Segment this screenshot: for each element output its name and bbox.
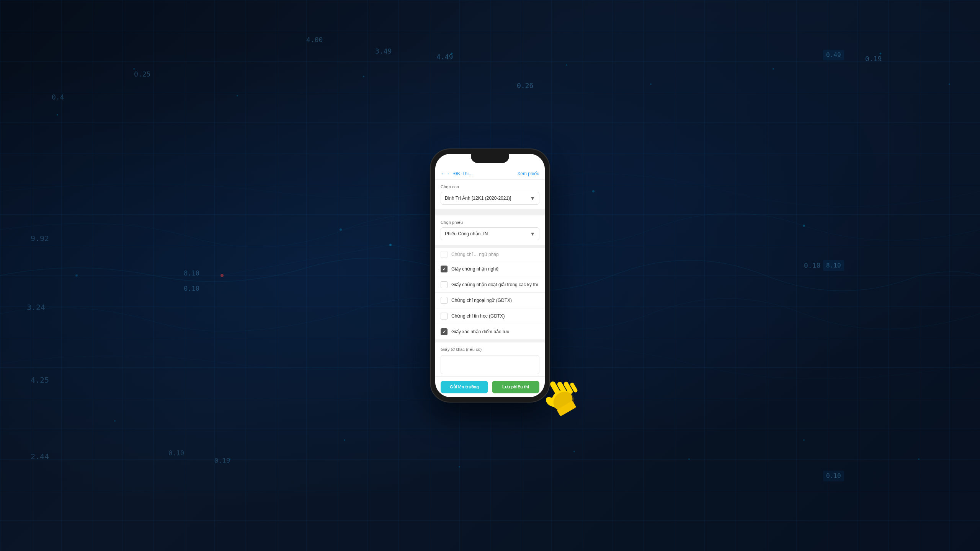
chon-phieu-label: Chọn phiếu — [441, 220, 539, 225]
checkbox-truncated[interactable] — [441, 251, 448, 258]
checklist-label-tinhoc: Chứng chỉ tin học (GDTX) — [451, 313, 505, 320]
svg-text:9.92: 9.92 — [31, 234, 49, 243]
chon-phieu-value: Phiếu Công nhận TN — [445, 231, 488, 236]
svg-text:4.49: 4.49 — [436, 53, 453, 61]
phone-notch — [471, 154, 509, 163]
checkbox-nghe[interactable] — [441, 266, 448, 272]
svg-text:0.19: 0.19 — [865, 55, 882, 63]
svg-text:8.10: 8.10 — [826, 262, 841, 269]
back-button[interactable]: ← ← ĐK Thi... — [441, 171, 473, 176]
svg-point-26 — [803, 439, 805, 441]
checkbox-giai[interactable] — [441, 281, 448, 288]
svg-point-17 — [773, 68, 774, 70]
chon-con-label: Chọn con — [441, 184, 539, 189]
checkbox-ngoaingu[interactable] — [441, 297, 448, 304]
phone-container: ← ← ĐK Thi... Xem phiếu Chọn con Đinh Tr… — [431, 149, 549, 402]
checklist-label-diem: Giấy xác nhận điểm bảo lưu — [451, 329, 509, 335]
cursor-hand — [538, 371, 584, 417]
svg-text:0.25: 0.25 — [134, 70, 150, 78]
svg-text:0.49: 0.49 — [826, 51, 841, 59]
extra-docs-input[interactable] — [441, 355, 539, 374]
app-header: ← ← ĐK Thi... Xem phiếu — [435, 168, 545, 180]
svg-point-13 — [363, 76, 364, 77]
checklist-label-truncated: Chứng chỉ ... ngữ pháp — [451, 251, 499, 258]
svg-point-11 — [133, 68, 135, 70]
svg-point-19 — [949, 83, 950, 85]
extra-docs-section: Giấy tờ khác (nếu có) — [435, 342, 545, 377]
svg-point-18 — [880, 53, 882, 55]
svg-text:3.24: 3.24 — [27, 303, 45, 312]
svg-line-7 — [222, 245, 390, 276]
svg-point-24 — [573, 451, 575, 452]
bottom-buttons: Gửi lên trường Lưu phiếu thi — [435, 377, 545, 397]
chon-phieu-arrow-icon: ▼ — [530, 231, 535, 237]
svg-text:0.19: 0.19 — [214, 457, 230, 465]
phone-frame: ← ← ĐK Thi... Xem phiếu Chọn con Đinh Tr… — [431, 149, 549, 402]
checklist-item-diem[interactable]: Giấy xác nhận điểm bảo lưu — [435, 324, 545, 339]
svg-text:8.10: 8.10 — [184, 269, 199, 277]
svg-point-15 — [566, 64, 567, 66]
svg-point-5 — [75, 274, 78, 277]
svg-text:0.10: 0.10 — [804, 261, 820, 269]
send-button[interactable]: Gửi lên trường — [441, 381, 488, 393]
svg-point-22 — [344, 439, 345, 441]
back-icon: ← — [441, 171, 446, 176]
checklist-label-nghe: Giấy chứng nhận nghề — [451, 266, 498, 272]
svg-text:0.10: 0.10 — [184, 285, 199, 292]
xem-phieu-link[interactable]: Xem phiếu — [517, 171, 539, 176]
extra-docs-label: Giấy tờ khác (nếu có) — [441, 347, 539, 352]
checkbox-tinhoc[interactable] — [441, 313, 448, 320]
svg-point-23 — [459, 466, 460, 468]
svg-point-6 — [803, 225, 805, 227]
svg-text:0.10: 0.10 — [168, 449, 184, 457]
svg-text:4.25: 4.25 — [31, 375, 49, 385]
checklist-label-ngoaingu: Chứng chỉ ngoại ngữ (GDTX) — [451, 297, 512, 304]
checklist-item-giai[interactable]: Giấy chứng nhận đoạt giải trong các kỳ t… — [435, 277, 545, 293]
phone-screen: ← ← ĐK Thi... Xem phiếu Chọn con Đinh Tr… — [435, 154, 545, 397]
svg-point-25 — [688, 458, 690, 460]
svg-point-16 — [650, 83, 652, 85]
svg-point-10 — [57, 114, 58, 116]
svg-text:4.00: 4.00 — [306, 36, 323, 44]
chon-con-value: Đinh Trí Ánh [12K1 (2020-2021)] — [445, 196, 511, 201]
svg-text:3.49: 3.49 — [375, 47, 392, 55]
chon-con-arrow-icon: ▼ — [530, 195, 535, 201]
header-title-text: ← ĐK Thi... — [447, 171, 473, 176]
chon-phieu-section: Chọn phiếu Phiếu Công nhận TN ▼ — [435, 212, 545, 245]
svg-text:0.4: 0.4 — [52, 93, 64, 101]
chon-con-section: Chọn con Đinh Trí Ánh [12K1 (2020-2021)]… — [435, 180, 545, 209]
svg-text:0.10: 0.10 — [826, 472, 841, 479]
svg-text:2.44: 2.44 — [31, 452, 49, 461]
svg-point-27 — [918, 458, 920, 460]
checklist-section: Chứng chỉ ... ngữ pháp Giấy chứng nhận n… — [435, 248, 545, 339]
chon-con-select[interactable]: Đinh Trí Ánh [12K1 (2020-2021)] ▼ — [441, 192, 539, 205]
svg-point-12 — [237, 95, 238, 96]
checklist-item-ngoaingu[interactable]: Chứng chỉ ngoại ngữ (GDTX) — [435, 293, 545, 308]
chon-phieu-select[interactable]: Phiếu Công nhận TN ▼ — [441, 227, 539, 240]
screen-content[interactable]: Chọn con Đinh Trí Ánh [12K1 (2020-2021)]… — [435, 180, 545, 377]
save-button[interactable]: Lưu phiếu thi — [492, 381, 539, 393]
checklist-item-truncated[interactable]: Chứng chỉ ... ngữ pháp — [435, 248, 545, 261]
svg-point-20 — [114, 420, 116, 422]
checklist-item-tinhoc[interactable]: Chứng chỉ tin học (GDTX) — [435, 308, 545, 324]
svg-text:0.26: 0.26 — [517, 82, 533, 90]
checklist-item-nghe[interactable]: Giấy chứng nhận nghề — [435, 261, 545, 277]
checklist-label-giai: Giấy chứng nhận đoạt giải trong các kỳ t… — [451, 282, 538, 288]
checkbox-diem[interactable] — [441, 328, 448, 335]
